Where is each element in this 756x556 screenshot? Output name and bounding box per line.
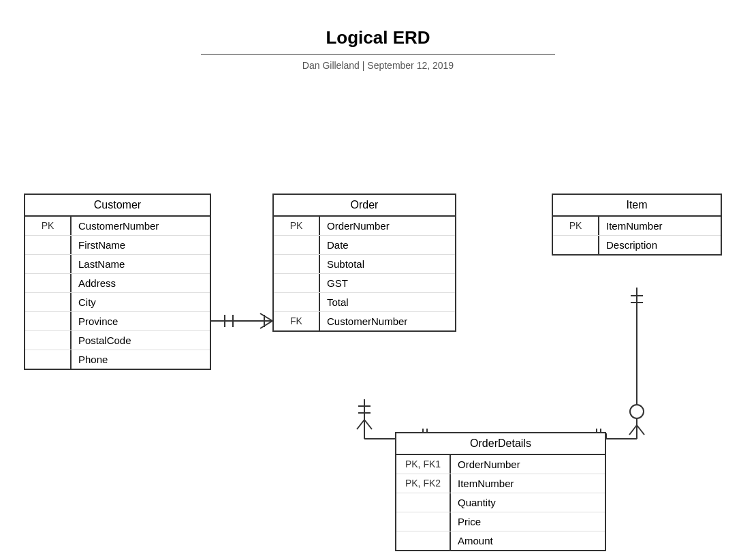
key-cell <box>25 350 72 369</box>
title-divider <box>201 54 555 55</box>
key-cell <box>396 493 451 512</box>
field-cell: Price <box>451 512 605 531</box>
customer-table-body: PK CustomerNumber FirstName LastName Add… <box>25 217 210 369</box>
svg-line-11 <box>357 420 364 429</box>
key-cell <box>274 255 320 273</box>
field-cell: Address <box>72 274 210 292</box>
table-row: FirstName <box>25 236 210 255</box>
table-row: Phone <box>25 350 210 369</box>
orderdetails-table: OrderDetails PK, FK1 OrderNumber PK, FK2… <box>395 432 606 551</box>
key-cell <box>274 236 320 254</box>
key-cell <box>25 255 72 273</box>
key-cell <box>553 236 599 254</box>
field-cell: City <box>72 293 210 311</box>
table-row: FK CustomerNumber <box>274 312 455 330</box>
key-cell: PK <box>553 217 599 235</box>
item-table: Item PK ItemNumber Description <box>552 194 722 256</box>
order-table-body: PK OrderNumber Date Subtotal GST Total F… <box>274 217 455 330</box>
svg-line-3 <box>260 313 272 321</box>
field-cell: Date <box>320 236 455 254</box>
field-cell: Description <box>599 236 721 254</box>
key-cell <box>25 293 72 311</box>
field-cell: CustomerNumber <box>320 312 455 330</box>
field-cell: OrderNumber <box>320 217 455 235</box>
svg-line-23 <box>637 425 644 435</box>
table-row: Province <box>25 312 210 331</box>
field-cell: ItemNumber <box>451 474 605 493</box>
key-cell <box>274 293 320 311</box>
key-cell: PK <box>274 217 320 235</box>
order-table-header: Order <box>274 195 455 217</box>
page-title: Logical ERD <box>0 27 756 48</box>
table-row: Subtotal <box>274 255 455 274</box>
table-row: Quantity <box>396 493 605 512</box>
customer-table-header: Customer <box>25 195 210 217</box>
orderdetails-table-header: OrderDetails <box>396 433 605 455</box>
key-cell <box>25 274 72 292</box>
key-cell <box>25 312 72 330</box>
customer-table: Customer PK CustomerNumber FirstName Las… <box>24 194 211 370</box>
orderdetails-table-body: PK, FK1 OrderNumber PK, FK2 ItemNumber Q… <box>396 455 605 550</box>
table-row: PostalCode <box>25 331 210 350</box>
table-row: PK OrderNumber <box>274 217 455 236</box>
table-row: City <box>25 293 210 312</box>
key-cell: FK <box>274 312 320 330</box>
table-row: PK ItemNumber <box>553 217 721 236</box>
field-cell: PostalCode <box>72 331 210 350</box>
table-row: Date <box>274 236 455 255</box>
field-cell: Province <box>72 312 210 330</box>
svg-point-21 <box>630 405 644 418</box>
table-row: Amount <box>396 531 605 550</box>
svg-line-22 <box>629 425 637 435</box>
field-cell: OrderNumber <box>451 455 605 474</box>
field-cell: FirstName <box>72 236 210 254</box>
item-table-body: PK ItemNumber Description <box>553 217 721 254</box>
table-row: Description <box>553 236 721 254</box>
key-cell: PK, FK2 <box>396 474 451 493</box>
field-cell: Total <box>320 293 455 311</box>
field-cell: Amount <box>451 531 605 550</box>
field-cell: Subtotal <box>320 255 455 273</box>
key-cell <box>25 236 72 254</box>
field-cell: CustomerNumber <box>72 217 210 235</box>
svg-line-12 <box>364 420 372 429</box>
svg-line-4 <box>260 321 272 328</box>
field-cell: Quantity <box>451 493 605 512</box>
key-cell: PK <box>25 217 72 235</box>
field-cell: LastName <box>72 255 210 273</box>
field-cell: Phone <box>72 350 210 369</box>
table-row: Total <box>274 293 455 312</box>
key-cell <box>25 331 72 350</box>
subtitle: Dan Gilleland | September 12, 2019 <box>0 60 756 71</box>
table-row: GST <box>274 274 455 293</box>
table-row: PK, FK1 OrderNumber <box>396 455 605 474</box>
field-cell: ItemNumber <box>599 217 721 235</box>
table-row: Address <box>25 274 210 293</box>
diagram-area: Customer PK CustomerNumber FirstName Las… <box>0 78 756 541</box>
key-cell <box>274 274 320 292</box>
field-cell: GST <box>320 274 455 292</box>
key-cell <box>396 531 451 550</box>
item-table-header: Item <box>553 195 721 217</box>
order-table: Order PK OrderNumber Date Subtotal GST T… <box>272 194 456 332</box>
table-row: PK CustomerNumber <box>25 217 210 236</box>
table-row: PK, FK2 ItemNumber <box>396 474 605 493</box>
key-cell <box>396 512 451 531</box>
table-row: Price <box>396 512 605 531</box>
table-row: LastName <box>25 255 210 274</box>
key-cell: PK, FK1 <box>396 455 451 474</box>
